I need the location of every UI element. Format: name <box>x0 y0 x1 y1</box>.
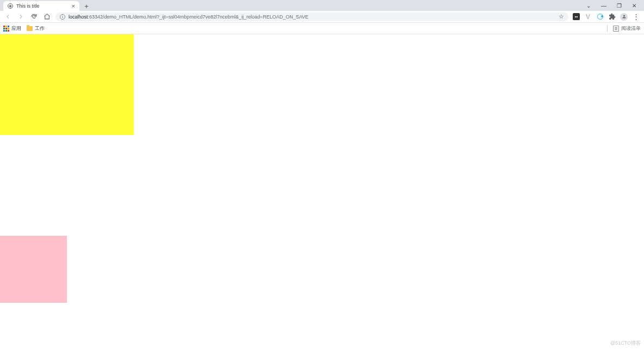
apps-button[interactable]: 应用 <box>3 25 21 32</box>
bookmarks-bar: 应用 工作 阅读清单 <box>0 23 644 34</box>
tab-strip: ◉ This is title × + ⌄ — ❐ ✕ <box>0 0 644 11</box>
apps-label: 应用 <box>11 25 21 32</box>
bookmark-folder-work[interactable]: 工作 <box>27 25 45 32</box>
extension-icon-2[interactable]: V <box>584 13 592 21</box>
page-content <box>0 34 644 349</box>
window-close-button[interactable]: ✕ <box>630 1 639 10</box>
tab-search-icon[interactable]: ⌄ <box>584 1 593 10</box>
site-info-icon[interactable]: i <box>60 14 65 20</box>
url-text: localhost:63342/demo_HTML/demo.html?_ijt… <box>69 14 555 20</box>
tab-title: This is title <box>16 3 69 9</box>
chrome-menu-button[interactable]: ⋮ <box>632 13 640 21</box>
extension-icons: •• V ⋮ <box>573 13 641 21</box>
extensions-button[interactable] <box>608 13 616 21</box>
home-button[interactable] <box>42 13 51 21</box>
new-tab-button[interactable]: + <box>82 1 91 11</box>
extension-icon-3[interactable] <box>596 13 604 21</box>
bookmark-star-icon[interactable]: ☆ <box>559 13 564 20</box>
bookmark-folder-label: 工作 <box>35 25 45 32</box>
address-bar-row: i localhost:63342/demo_HTML/demo.html?_i… <box>0 11 644 23</box>
reload-button[interactable] <box>29 13 38 21</box>
extension-icon-1[interactable]: •• <box>573 13 580 20</box>
watermark: @51CTO博客 <box>610 340 641 347</box>
url-host: localhost <box>69 14 88 20</box>
apps-grid-icon <box>3 26 9 32</box>
reading-list-icon <box>613 26 619 32</box>
browser-tab[interactable]: ◉ This is title × <box>3 1 79 11</box>
url-path: :63342/demo_HTML/demo.html?_ijt=ssl04mbp… <box>88 14 309 20</box>
minimize-button[interactable]: — <box>599 1 608 10</box>
reading-list-button[interactable]: 阅读清单 <box>613 25 641 32</box>
close-icon[interactable]: × <box>72 3 75 9</box>
globe-icon: ◉ <box>8 3 13 9</box>
back-button[interactable] <box>3 13 12 21</box>
window-controls: ⌄ — ❐ ✕ <box>579 0 644 11</box>
profile-avatar-icon[interactable] <box>620 13 628 21</box>
reading-list-label: 阅读清单 <box>621 25 641 32</box>
divider <box>607 25 608 32</box>
maximize-button[interactable]: ❐ <box>615 1 623 10</box>
pink-box <box>0 236 67 303</box>
forward-button[interactable] <box>16 13 25 21</box>
omnibox[interactable]: i localhost:63342/demo_HTML/demo.html?_i… <box>55 13 568 21</box>
yellow-box <box>0 34 134 135</box>
folder-icon <box>27 26 33 31</box>
